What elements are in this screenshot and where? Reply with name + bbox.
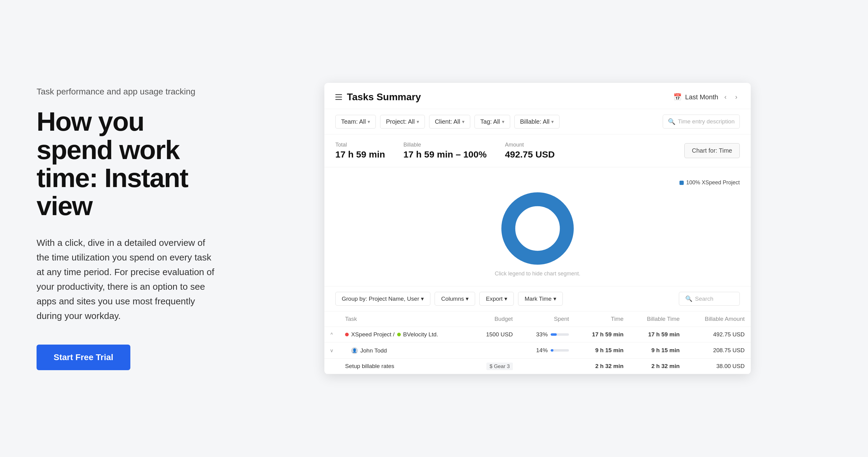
billable-time-cell: 17 h 59 min xyxy=(629,327,686,342)
stat-billable: Billable 17 h 59 min – 100% xyxy=(403,142,487,160)
project-name: XSpeed Project / xyxy=(351,331,395,338)
total-value: 17 h 59 min xyxy=(335,149,385,160)
filter-tag-label: Tag: All xyxy=(480,118,500,125)
data-table: Task Budget Spent Time Billable Time Bil… xyxy=(324,311,751,374)
mark-time-button[interactable]: Mark Time ▾ xyxy=(518,292,563,306)
project-dot-green xyxy=(397,333,401,336)
billable-amount-cell: 492.75 USD xyxy=(686,327,751,342)
total-label: Total xyxy=(335,142,385,148)
chevron-down-icon: ▾ xyxy=(504,295,507,302)
amount-label: Amount xyxy=(505,142,555,148)
chart-legend: 100% XSpeed Project xyxy=(335,179,740,186)
task-cell: 👤 John Todd xyxy=(339,342,470,359)
donut-percent-label: 100% xyxy=(529,224,546,233)
table-controls: Group by: Project Name, User ▾ Columns ▾… xyxy=(324,286,751,311)
spent-cell xyxy=(519,358,575,374)
search-icon: 🔍 xyxy=(685,295,692,302)
budget-cell: $ Gear 3 xyxy=(470,358,519,374)
description-search-placeholder[interactable]: Time entry description xyxy=(678,118,735,125)
stat-amount: Amount 492.75 USD xyxy=(505,142,555,160)
main-headline: How you spend work time: Instant view xyxy=(36,108,219,220)
legend-dot-xspeed xyxy=(680,181,684,185)
export-label: Export xyxy=(486,296,502,302)
progress-bar xyxy=(551,349,569,352)
table-row: ^ XSpeed Project / BVelocity Ltd. 1500 U… xyxy=(324,327,751,342)
amount-value: 492.75 USD xyxy=(505,149,555,160)
chevron-down-icon: ▾ xyxy=(466,295,469,302)
time-cell: 2 h 32 min xyxy=(575,358,629,374)
task-cell: XSpeed Project / BVelocity Ltd. xyxy=(339,327,470,342)
prev-month-button[interactable]: ‹ xyxy=(722,92,729,102)
chevron-down-icon: ▾ xyxy=(553,295,556,302)
user-avatar: 👤 xyxy=(351,347,358,354)
start-trial-button[interactable]: Start Free Trial xyxy=(36,344,130,370)
user-name: John Todd xyxy=(360,347,387,354)
spent-progress: 14% xyxy=(525,347,569,354)
filter-team[interactable]: Team: All ▾ xyxy=(335,115,376,128)
chevron-down-icon: ▾ xyxy=(416,119,419,125)
date-label: Last Month xyxy=(685,93,718,101)
task-cell: Setup billable rates xyxy=(339,358,470,374)
task-tag: $ Gear 3 xyxy=(486,363,513,370)
budget-cell xyxy=(470,342,519,359)
card-title-area: Tasks Summary xyxy=(335,91,421,103)
stats-row: Total 17 h 59 min Billable 17 h 59 min –… xyxy=(324,134,751,167)
expand-cell xyxy=(324,358,339,374)
description-text: With a click, dive in a detailed overvie… xyxy=(36,236,219,323)
table-row: Setup billable rates $ Gear 3 2 h 32 min… xyxy=(324,358,751,374)
col-time: Time xyxy=(575,311,629,327)
export-button[interactable]: Export ▾ xyxy=(479,292,514,306)
billable-amount-cell: 208.75 USD xyxy=(686,342,751,359)
filter-client[interactable]: Client: All ▾ xyxy=(429,115,470,128)
billable-time-cell: 2 h 32 min xyxy=(629,358,686,374)
dashboard-card: Tasks Summary 📅 Last Month ‹ › Team: All… xyxy=(324,83,751,374)
tagline: Task performance and app usage tracking xyxy=(36,87,219,97)
progress-fill xyxy=(551,349,553,352)
filter-project-label: Project: All xyxy=(386,118,414,125)
chevron-down-icon: ▾ xyxy=(551,119,554,125)
spent-cell: 33% xyxy=(519,327,575,342)
donut-chart: 100% xyxy=(501,192,574,265)
table-search-placeholder: Search xyxy=(695,296,713,302)
billable-time-cell: 9 h 15 min xyxy=(629,342,686,359)
search-icon: 🔍 xyxy=(668,118,676,125)
spent-percent: 33% xyxy=(536,331,548,338)
progress-fill xyxy=(551,333,557,336)
legend-item-xspeed: 100% XSpeed Project xyxy=(680,179,740,186)
filter-billable[interactable]: Billable: All ▾ xyxy=(515,115,560,128)
group-by-label: Group by: Project Name, User xyxy=(342,296,419,302)
group-by-button[interactable]: Group by: Project Name, User ▾ xyxy=(335,292,430,306)
filter-project[interactable]: Project: All ▾ xyxy=(380,115,425,128)
filter-billable-label: Billable: All xyxy=(520,118,550,125)
client-name: BVelocity Ltd. xyxy=(403,331,438,338)
columns-button[interactable]: Columns ▾ xyxy=(435,292,475,306)
table-header-row: Task Budget Spent Time Billable Time Bil… xyxy=(324,311,751,327)
date-navigation: 📅 Last Month ‹ › xyxy=(673,92,740,102)
billable-value: 17 h 59 min – 100% xyxy=(403,149,487,160)
task-name: Setup billable rates xyxy=(345,363,394,369)
next-month-button[interactable]: › xyxy=(733,92,740,102)
donut-section: 100% XSpeed Project 100% Click legend to… xyxy=(324,167,751,286)
filter-team-label: Team: All xyxy=(341,118,366,125)
budget-cell: 1500 USD xyxy=(470,327,519,342)
chevron-down-icon: ▾ xyxy=(462,119,464,125)
spent-cell: 14% xyxy=(519,342,575,359)
filters-row: Team: All ▾ Project: All ▾ Client: All ▾… xyxy=(324,109,751,134)
chart-for-time-button[interactable]: Chart for: Time xyxy=(684,143,740,158)
filter-tag[interactable]: Tag: All ▾ xyxy=(474,115,510,128)
expand-cell[interactable]: ^ xyxy=(324,327,339,342)
expand-cell[interactable]: v xyxy=(324,342,339,359)
time-cell: 9 h 15 min xyxy=(575,342,629,359)
collapse-icon: v xyxy=(331,348,333,353)
table-search[interactable]: 🔍 Search xyxy=(679,292,740,306)
user-badge: 👤 John Todd xyxy=(351,347,387,354)
col-expand xyxy=(324,311,339,327)
menu-icon[interactable] xyxy=(335,94,342,100)
billable-label: Billable xyxy=(403,142,487,148)
project-badge: XSpeed Project / BVelocity Ltd. xyxy=(345,331,438,338)
chevron-down-icon: ▾ xyxy=(502,119,504,125)
calendar-icon: 📅 xyxy=(673,93,682,101)
col-budget: Budget xyxy=(470,311,519,327)
chart-hint: Click legend to hide chart segment. xyxy=(495,271,580,277)
billable-amount-cell: 38.00 USD xyxy=(686,358,751,374)
